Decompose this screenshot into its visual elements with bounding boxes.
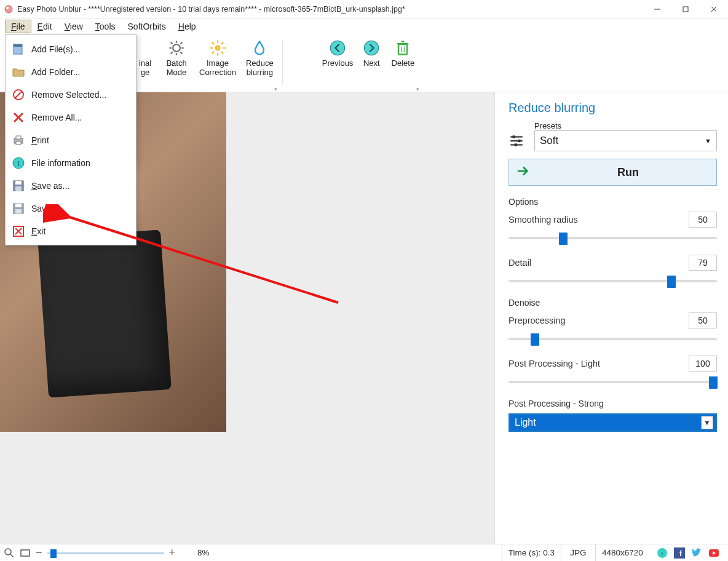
- svg-point-25: [365, 41, 379, 55]
- image-correction-button[interactable]: Image Correction: [194, 37, 241, 79]
- batch-mode-button[interactable]: Batch Mode: [159, 37, 194, 79]
- svg-rect-34: [513, 135, 515, 138]
- gear-icon: [168, 39, 185, 57]
- zoom-slider[interactable]: [47, 547, 164, 559]
- zoom-percent: 8%: [197, 548, 210, 557]
- svg-text:i: i: [17, 159, 20, 168]
- facebook-icon[interactable]: f: [674, 547, 685, 559]
- delete-button[interactable]: Delete: [385, 37, 421, 70]
- chevron-down-icon[interactable]: ▾: [274, 86, 277, 92]
- file-icon: [12, 42, 25, 56]
- menu-remove-all-label: Remove All...: [31, 113, 82, 122]
- svg-line-23: [212, 52, 215, 54]
- menu-add-folder[interactable]: Add Folder...: [6, 60, 136, 83]
- arrow-right-circle-icon: [363, 39, 380, 57]
- menu-print-label: Print: [31, 135, 49, 145]
- trash-icon: [394, 39, 411, 57]
- menu-print[interactable]: Print: [6, 129, 136, 151]
- menu-save[interactable]: Save: [6, 197, 136, 220]
- zoom-out-button[interactable]: −: [36, 546, 42, 559]
- arrow-left-circle-icon: [329, 39, 346, 57]
- svg-rect-36: [515, 143, 517, 146]
- menu-edit[interactable]: Edit: [31, 20, 58, 33]
- info-icon[interactable]: i: [657, 547, 668, 559]
- menu-file[interactable]: File: [5, 20, 31, 33]
- preprocessing-value[interactable]: 50: [689, 312, 717, 328]
- detail-slider[interactable]: [508, 274, 717, 288]
- menu-remove-selected[interactable]: Remove Selected...: [6, 83, 136, 106]
- arrow-right-icon: [516, 165, 530, 180]
- save-as-icon: [12, 179, 25, 193]
- svg-rect-52: [15, 204, 22, 207]
- svg-rect-26: [398, 44, 407, 54]
- menu-add-files[interactable]: Add File(s)...: [6, 38, 136, 60]
- menu-view[interactable]: View: [58, 20, 89, 33]
- zoom-in-button[interactable]: +: [169, 546, 176, 559]
- minimize-button[interactable]: [643, 0, 671, 18]
- status-time: Time (s): 0.3: [502, 544, 561, 561]
- options-label: Options: [508, 197, 717, 207]
- fit-screen-icon[interactable]: [20, 547, 31, 559]
- pp-light-slider[interactable]: [508, 375, 717, 389]
- menu-tools[interactable]: Tools: [89, 20, 122, 33]
- chevron-down-icon: ▼: [705, 137, 711, 145]
- svg-line-59: [10, 554, 14, 557]
- menu-file-info[interactable]: i File information: [6, 151, 136, 174]
- presets-label: Presets: [534, 121, 717, 130]
- correction-l1: Image: [207, 59, 229, 68]
- menu-remove-selected-label: Remove Selected...: [31, 90, 106, 100]
- original-l2: ge: [141, 68, 149, 78]
- menu-save-as[interactable]: Save as...: [6, 174, 136, 197]
- exit-icon: [12, 225, 25, 238]
- close-button[interactable]: [700, 0, 728, 18]
- svg-line-11: [171, 42, 173, 44]
- pp-strong-value: Light: [515, 417, 536, 428]
- svg-rect-45: [16, 141, 21, 145]
- svg-line-22: [221, 42, 224, 45]
- next-button[interactable]: Next: [358, 37, 385, 70]
- svg-line-40: [15, 91, 22, 98]
- menu-softorbits[interactable]: SoftOrbits: [122, 20, 172, 33]
- reduce-blurring-button[interactable]: Reduce blurring: [241, 37, 279, 79]
- svg-rect-50: [15, 186, 22, 191]
- reduce-l2: blurring: [247, 68, 273, 78]
- titlebar: Easy Photo Unblur - ****Unregistered ver…: [0, 0, 728, 18]
- svg-point-24: [330, 41, 344, 55]
- zoom-actual-icon[interactable]: [4, 547, 15, 559]
- reduce-l1: Reduce: [246, 59, 274, 68]
- twitter-icon[interactable]: [691, 547, 702, 559]
- next-label: Next: [363, 59, 380, 68]
- svg-line-12: [180, 52, 182, 54]
- svg-point-1: [6, 7, 9, 9]
- maximize-button[interactable]: [671, 0, 700, 18]
- smoothing-slider[interactable]: [508, 231, 717, 245]
- svg-line-21: [221, 52, 224, 54]
- menu-help[interactable]: Help: [172, 20, 202, 33]
- chevron-down-icon[interactable]: ▾: [416, 86, 419, 92]
- sliders-icon: [508, 133, 524, 151]
- detail-value[interactable]: 79: [689, 255, 717, 271]
- presets-select[interactable]: Soft ▼: [534, 130, 717, 151]
- youtube-icon[interactable]: [708, 547, 719, 559]
- window-title: Easy Photo Unblur - ****Unregistered ver…: [17, 5, 643, 14]
- preprocessing-slider[interactable]: [508, 332, 717, 346]
- menu-exit[interactable]: Exit: [6, 220, 136, 242]
- chevron-down-icon[interactable]: ▼: [701, 416, 713, 429]
- menu-file-info-label: File information: [31, 158, 90, 168]
- svg-rect-3: [683, 7, 688, 12]
- svg-rect-38: [14, 44, 22, 47]
- droplet-icon: [251, 39, 268, 57]
- denoise-label: Denoise: [508, 298, 717, 308]
- print-icon: [12, 133, 25, 147]
- pp-strong-select[interactable]: Light ▼: [508, 413, 717, 432]
- menu-remove-all[interactable]: Remove All...: [6, 106, 136, 129]
- previous-button[interactable]: Previous: [317, 37, 358, 70]
- pp-light-value[interactable]: 100: [689, 356, 717, 372]
- toolbar-separator: [282, 41, 283, 85]
- svg-point-6: [173, 44, 180, 52]
- smoothing-value[interactable]: 50: [689, 212, 717, 228]
- run-button[interactable]: Run: [508, 159, 717, 186]
- batch-l2: Mode: [167, 68, 187, 78]
- save-icon: [12, 202, 25, 215]
- menu-exit-label: Exit: [31, 226, 46, 236]
